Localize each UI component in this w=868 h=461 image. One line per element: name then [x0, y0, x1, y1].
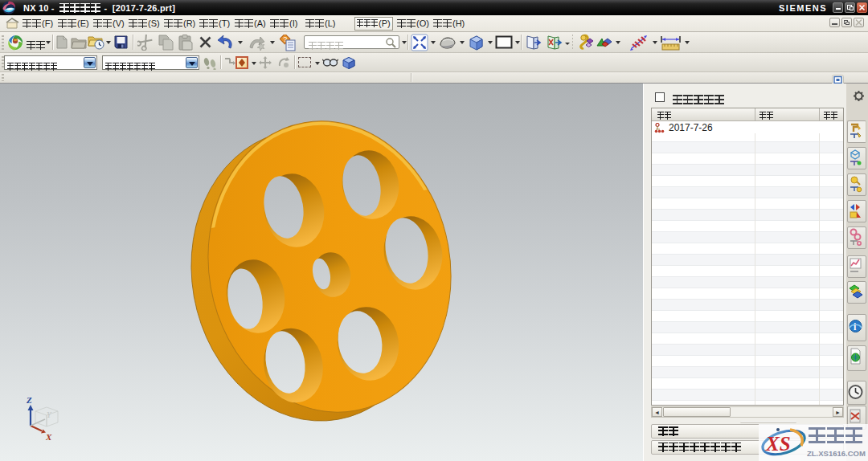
svg-text:XS: XS: [765, 433, 791, 455]
svg-text:X: X: [45, 432, 52, 442]
svg-text:Z: Z: [26, 395, 32, 405]
svg-text:Y: Y: [47, 410, 52, 419]
